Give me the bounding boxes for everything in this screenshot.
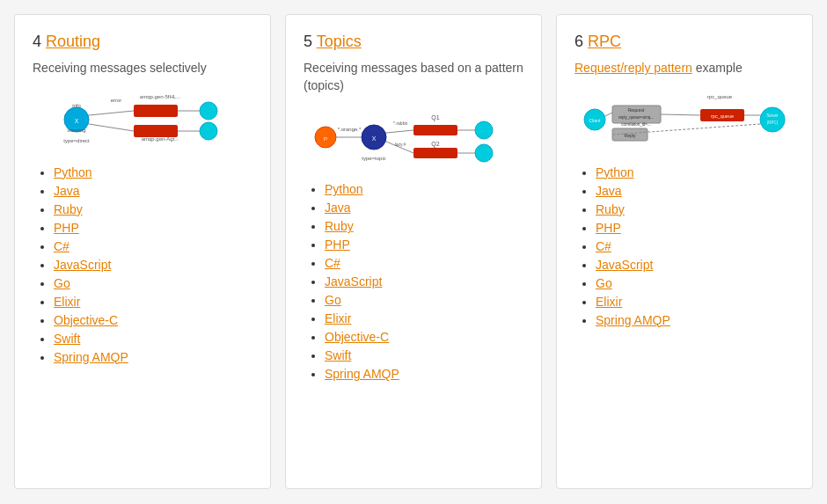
list-item: Spring AMQP [596, 313, 794, 327]
card-routing-header: 4 Routing [33, 33, 252, 51]
svg-text:Server: Server [766, 113, 779, 118]
language-link[interactable]: Python [596, 165, 634, 179]
language-link[interactable]: JavaScript [325, 274, 382, 289]
language-link[interactable]: JavaScript [596, 258, 653, 272]
svg-point-27 [475, 144, 493, 162]
svg-text:type=direct: type=direct [63, 138, 90, 143]
svg-text:Client: Client [589, 118, 601, 123]
svg-line-49 [605, 113, 612, 116]
language-link[interactable]: Objective-C [325, 330, 389, 344]
topics-links: PythonJavaRubyPHPC#JavaScriptGoElixirObj… [304, 182, 523, 381]
svg-text:rpc_queue: rpc_queue [707, 94, 733, 99]
list-item: Swift [54, 332, 252, 346]
svg-line-11 [89, 124, 134, 131]
language-link[interactable]: Swift [54, 332, 80, 346]
language-link[interactable]: Ruby [325, 219, 354, 233]
cards-container: 4 Routing Receiving messages selectively… [14, 14, 813, 489]
rpc-title-link[interactable]: RPC [588, 33, 621, 50]
svg-text:reply_queue=amq...: reply_queue=amq... [618, 115, 654, 120]
list-item: Python [54, 165, 252, 179]
list-item: Elixir [325, 311, 523, 325]
list-item: Ruby [325, 219, 523, 233]
svg-text:Q1: Q1 [431, 114, 439, 121]
list-item: PHP [54, 221, 252, 235]
language-link[interactable]: C# [596, 239, 611, 253]
language-link[interactable]: Spring AMQP [596, 313, 670, 327]
svg-text:Request: Request [628, 107, 645, 113]
list-item: Go [325, 293, 523, 307]
language-link[interactable]: Java [54, 184, 80, 198]
svg-text:(RPC): (RPC) [767, 121, 779, 125]
language-link[interactable]: Ruby [596, 202, 625, 216]
list-item: Java [325, 201, 523, 215]
list-item: Elixir [596, 295, 794, 309]
language-link[interactable]: C# [54, 239, 70, 253]
list-item: PHP [596, 221, 794, 235]
language-link[interactable]: Elixir [325, 311, 351, 325]
svg-text:*.orange.*: *.orange.* [338, 127, 362, 132]
rpc-diagram: Client Request reply_queue=amq... correl… [575, 90, 794, 151]
svg-point-26 [475, 121, 493, 139]
list-item: JavaScript [54, 258, 252, 272]
language-link[interactable]: C# [325, 256, 340, 270]
list-item: Ruby [596, 202, 794, 216]
language-link[interactable]: Spring AMQP [54, 350, 128, 364]
language-link[interactable]: Go [596, 276, 612, 290]
list-item: Spring AMQP [54, 350, 252, 364]
language-link[interactable]: Python [325, 182, 363, 196]
list-item: Go [54, 276, 252, 290]
language-link[interactable]: Go [54, 276, 70, 290]
list-item: C# [325, 256, 523, 270]
language-link[interactable]: Java [596, 184, 622, 198]
list-item: Ruby [54, 202, 252, 216]
svg-text:type=topic: type=topic [362, 156, 386, 161]
svg-text:Q2: Q2 [431, 141, 439, 148]
svg-text:lazy.#: lazy.# [395, 142, 406, 147]
card-routing-desc: Receiving messages selectively [33, 60, 252, 77]
list-item: Python [596, 165, 794, 179]
svg-rect-24 [414, 125, 457, 135]
language-link[interactable]: Objective-C [54, 313, 118, 327]
svg-point-9 [200, 122, 217, 140]
svg-rect-7 [134, 125, 178, 137]
list-item: Elixir [54, 295, 252, 309]
list-item: Spring AMQP [325, 367, 523, 381]
language-link[interactable]: Swift [325, 348, 351, 362]
language-link[interactable]: Python [54, 165, 92, 179]
list-item: Swift [325, 348, 523, 362]
svg-line-29 [386, 130, 414, 133]
routing-diagram: X type=direct error amqp.gen-5fHL... amq… [33, 90, 252, 151]
svg-text:correlation_id=...: correlation_id=... [621, 122, 650, 127]
svg-point-44 [760, 107, 785, 132]
card-routing: 4 Routing Receiving messages selectively… [14, 14, 271, 489]
language-link[interactable]: Java [325, 201, 351, 215]
language-link[interactable]: Ruby [54, 202, 83, 216]
language-link[interactable]: Elixir [596, 295, 622, 309]
svg-text:*.rabbit: *.rabbit [393, 121, 407, 126]
list-item: Objective-C [54, 313, 252, 327]
language-link[interactable]: PHP [596, 221, 621, 235]
card-topics-header: 5 Topics [304, 33, 523, 51]
svg-rect-25 [414, 148, 457, 158]
list-item: Java [54, 184, 252, 198]
language-link[interactable]: PHP [54, 221, 79, 235]
svg-text:amqp.gen-5fHL...: amqp.gen-5fHL... [140, 94, 181, 99]
svg-point-8 [200, 102, 217, 120]
routing-title-link[interactable]: Routing [46, 33, 100, 50]
card-rpc-header: 6 RPC [575, 33, 794, 51]
svg-line-10 [89, 111, 134, 115]
language-link[interactable]: Elixir [54, 295, 80, 309]
list-item: C# [54, 239, 252, 253]
language-link[interactable]: Spring AMQP [325, 367, 399, 381]
language-link[interactable]: PHP [325, 237, 350, 252]
card-topics-desc: Receiving messages based on a pattern (t… [304, 60, 523, 94]
svg-rect-6 [134, 105, 178, 117]
language-link[interactable]: Go [325, 293, 341, 307]
list-item: Objective-C [325, 330, 523, 344]
list-item: PHP [325, 237, 523, 252]
topics-title-link[interactable]: Topics [317, 33, 362, 50]
rpc-links: PythonJavaRubyPHPC#JavaScriptGoElixirSpr… [575, 165, 794, 327]
language-link[interactable]: JavaScript [54, 258, 111, 272]
rpc-desc-link[interactable]: Request/reply pattern [575, 61, 692, 75]
topics-diagram: P X type=topic *.orange.* Q1 Q2 [304, 106, 523, 168]
